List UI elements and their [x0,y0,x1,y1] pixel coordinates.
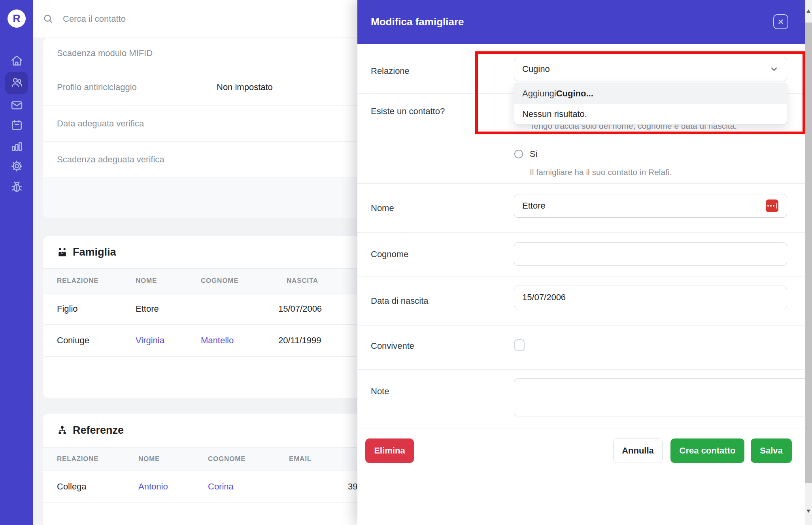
chevron-down-icon [769,64,779,74]
hierarchy-icon [57,425,68,436]
dropdown-item-add[interactable]: Aggiungi Cugino... [514,83,787,104]
scrollbar[interactable] [805,0,812,525]
contacts-icon [10,76,23,90]
add-option-suffix: ... [586,88,593,99]
detail-label: Profilo antiriciclaggio [57,82,217,92]
mail-icon [10,99,23,113]
divider [357,325,812,326]
contact-page: Cerca il contatto Scadenza modulo MIFID … [33,0,357,525]
dropdown-item-no-results[interactable]: Nessun risultato. [514,104,787,124]
cell-relazione: Figlio [57,304,136,314]
app-logo-letter: R [13,13,21,25]
sidebar-item-calendar[interactable] [5,115,28,136]
relazione-dropdown-menu: Aggiungi Cugino... Nessun risultato. [514,83,787,125]
column-header: NOME [136,277,201,285]
cognome-input[interactable] [514,242,787,266]
note-textarea[interactable] [514,378,812,416]
convivente-label: Convivente [371,341,414,351]
esiste-contatto-label: Esiste un contatto? [371,106,445,117]
column-header: EMAIL [289,455,348,463]
cell-nome-link[interactable]: Virginia [136,335,201,346]
sidebar-item-contacts[interactable] [5,72,28,94]
sidebar-item-stats[interactable] [5,136,28,157]
relazione-selected-value: Cugino [522,64,550,74]
drawer-title: Modifica famigliare [371,16,464,28]
salva-button-label: Salva [760,446,783,456]
detail-value: Non impostato [217,82,273,92]
convivente-checkbox[interactable] [514,339,525,351]
divider [357,429,812,429]
crea-contatto-button[interactable]: Crea contatto [670,438,744,463]
sidebar-item-mail[interactable] [5,96,28,116]
elimina-button[interactable]: Elimina [365,438,414,463]
column-header: COGNOME [201,277,278,285]
search-icon [43,13,53,24]
divider [357,369,812,370]
sidebar-item-settings[interactable] [5,156,28,177]
data-nascita-label: Data di nascita [371,296,429,306]
password-manager-dots [767,203,777,209]
search-bar[interactable]: Cerca il contatto [33,0,357,38]
cell-nome-link[interactable]: Antonio [138,482,208,492]
drawer-header: Modifica famigliare [357,0,812,44]
divider [357,183,812,184]
scroll-down-arrow-icon[interactable] [806,510,810,513]
sidebar-item-home[interactable] [5,51,28,72]
annulla-button-label: Annulla [622,446,654,456]
calendar-icon [10,119,23,133]
no-results-text: Nessun risultato. [522,109,587,119]
cognome-label: Cognome [371,249,408,260]
data-nascita-input[interactable] [514,286,787,309]
option-si-hint: Il famigliare ha il suo contatto in Rela… [530,167,672,177]
app-logo: R [8,9,26,28]
column-header: COGNOME [208,455,289,463]
cell-cognome-link[interactable]: Corina [208,482,289,492]
salva-button[interactable]: Salva [751,438,792,463]
close-button[interactable] [773,14,788,29]
radio-si-label[interactable]: Si [530,149,538,159]
scroll-up-arrow-icon[interactable] [806,9,810,13]
search-input[interactable]: Cerca il contatto [63,14,126,24]
detail-label: Scadenza modulo MIFID [57,48,217,58]
section-title: Referenze [73,424,124,437]
edit-family-member-drawer: Modifica famigliare Relazione Cugino Esi… [357,0,812,525]
gear-icon [10,160,23,174]
password-manager-icon[interactable] [766,199,778,212]
divider [357,277,812,277]
nome-input[interactable] [514,194,787,218]
divider [357,232,812,233]
elimina-button-label: Elimina [374,446,405,456]
add-option-term: Cugino [556,88,586,99]
bug-icon [10,181,23,195]
cell-nome: Ettore [136,304,201,314]
nome-label: Nome [371,203,394,213]
add-option-prefix: Aggiungi [522,88,556,99]
scrollbar-thumb[interactable] [805,23,812,483]
cell-relazione: Coniuge [57,335,136,346]
cell-cognome-link[interactable]: Mantello [201,335,278,346]
section-title: Famiglia [73,246,116,258]
home-icon [10,54,23,69]
column-header: RELAZIONE [57,277,136,285]
crea-contatto-button-label: Crea contatto [680,446,736,456]
column-header: RELAZIONE [57,455,138,463]
relazione-select[interactable]: Cugino [514,57,787,81]
annulla-button[interactable]: Annulla [613,438,663,463]
sidebar-item-debug[interactable] [5,177,28,198]
detail-label: Scadenza adeguata verifica [57,154,217,165]
relazione-label: Relazione [371,66,410,76]
detail-label: Data adeguata verifica [57,119,217,129]
radio-si[interactable] [514,150,523,158]
cell-relazione: Collega [57,482,138,492]
note-label: Note [371,386,389,397]
column-header: NOME [138,455,208,463]
sidebar: R [0,0,33,525]
close-icon [776,17,785,26]
bar-chart-icon [10,139,23,154]
family-icon [57,247,68,258]
